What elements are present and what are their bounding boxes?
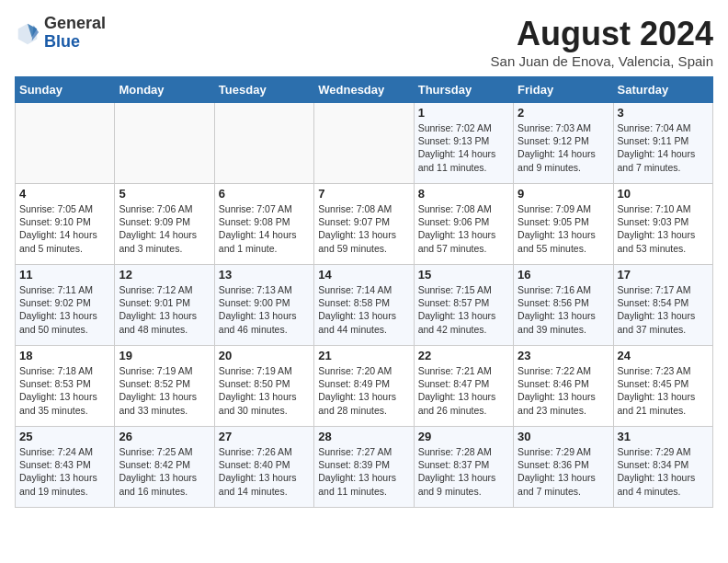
calendar-cell: 15Sunrise: 7:15 AM Sunset: 8:57 PM Dayli… <box>414 265 513 346</box>
calendar-week-2: 4Sunrise: 7:05 AM Sunset: 9:10 PM Daylig… <box>16 184 713 265</box>
day-info: Sunrise: 7:25 AM Sunset: 8:42 PM Dayligh… <box>119 445 210 498</box>
day-info: Sunrise: 7:16 AM Sunset: 8:56 PM Dayligh… <box>518 283 609 336</box>
calendar-cell: 22Sunrise: 7:21 AM Sunset: 8:47 PM Dayli… <box>414 346 513 427</box>
calendar-cell: 31Sunrise: 7:29 AM Sunset: 8:34 PM Dayli… <box>613 427 712 508</box>
day-info: Sunrise: 7:07 AM Sunset: 9:08 PM Dayligh… <box>219 202 310 255</box>
calendar-week-4: 18Sunrise: 7:18 AM Sunset: 8:53 PM Dayli… <box>16 346 713 427</box>
day-number: 18 <box>19 349 110 362</box>
calendar-cell: 14Sunrise: 7:14 AM Sunset: 8:58 PM Dayli… <box>314 265 414 346</box>
day-info: Sunrise: 7:26 AM Sunset: 8:40 PM Dayligh… <box>219 445 310 498</box>
calendar-cell <box>214 103 313 184</box>
calendar-cell: 9Sunrise: 7:09 AM Sunset: 9:05 PM Daylig… <box>514 184 613 265</box>
day-info: Sunrise: 7:11 AM Sunset: 9:02 PM Dayligh… <box>19 283 110 336</box>
calendar-cell: 1Sunrise: 7:02 AM Sunset: 9:13 PM Daylig… <box>414 103 513 184</box>
calendar-cell: 19Sunrise: 7:19 AM Sunset: 8:52 PM Dayli… <box>115 346 214 427</box>
calendar-cell: 30Sunrise: 7:29 AM Sunset: 8:36 PM Dayli… <box>514 427 613 508</box>
calendar-cell: 16Sunrise: 7:16 AM Sunset: 8:56 PM Dayli… <box>514 265 613 346</box>
calendar-cell: 6Sunrise: 7:07 AM Sunset: 9:08 PM Daylig… <box>214 184 313 265</box>
calendar-week-1: 1Sunrise: 7:02 AM Sunset: 9:13 PM Daylig… <box>16 103 713 184</box>
day-number: 26 <box>119 430 210 443</box>
calendar-cell <box>314 103 414 184</box>
day-info: Sunrise: 7:21 AM Sunset: 8:47 PM Dayligh… <box>418 364 509 417</box>
day-number: 25 <box>19 430 110 443</box>
day-info: Sunrise: 7:06 AM Sunset: 9:09 PM Dayligh… <box>119 202 210 255</box>
day-header-thursday: Thursday <box>414 77 513 103</box>
logo-icon <box>15 20 40 46</box>
calendar-cell: 26Sunrise: 7:25 AM Sunset: 8:42 PM Dayli… <box>115 427 214 508</box>
day-number: 16 <box>518 268 609 282</box>
logo-general: General <box>44 15 106 33</box>
page-header: General Blue August 2024 San Juan de Eno… <box>15 15 713 69</box>
calendar-week-5: 25Sunrise: 7:24 AM Sunset: 8:43 PM Dayli… <box>16 427 713 508</box>
calendar-cell: 24Sunrise: 7:23 AM Sunset: 8:45 PM Dayli… <box>613 346 712 427</box>
day-info: Sunrise: 7:18 AM Sunset: 8:53 PM Dayligh… <box>19 364 110 417</box>
day-info: Sunrise: 7:29 AM Sunset: 8:36 PM Dayligh… <box>518 445 609 498</box>
day-info: Sunrise: 7:12 AM Sunset: 9:01 PM Dayligh… <box>119 283 210 336</box>
day-info: Sunrise: 7:29 AM Sunset: 8:34 PM Dayligh… <box>618 445 709 498</box>
calendar-week-3: 11Sunrise: 7:11 AM Sunset: 9:02 PM Dayli… <box>16 265 713 346</box>
day-info: Sunrise: 7:08 AM Sunset: 9:07 PM Dayligh… <box>318 202 409 255</box>
calendar-cell: 5Sunrise: 7:06 AM Sunset: 9:09 PM Daylig… <box>115 184 214 265</box>
day-number: 9 <box>518 187 609 201</box>
day-number: 31 <box>618 430 709 443</box>
day-number: 17 <box>618 268 709 282</box>
day-number: 19 <box>119 349 210 362</box>
day-number: 3 <box>618 106 709 120</box>
calendar-cell: 11Sunrise: 7:11 AM Sunset: 9:02 PM Dayli… <box>16 265 115 346</box>
calendar-cell: 18Sunrise: 7:18 AM Sunset: 8:53 PM Dayli… <box>16 346 115 427</box>
day-info: Sunrise: 7:22 AM Sunset: 8:46 PM Dayligh… <box>518 364 609 417</box>
day-number: 20 <box>219 349 310 362</box>
calendar-table: SundayMondayTuesdayWednesdayThursdayFrid… <box>15 76 713 508</box>
location: San Juan de Enova, Valencia, Spain <box>491 53 713 69</box>
day-info: Sunrise: 7:13 AM Sunset: 9:00 PM Dayligh… <box>219 283 310 336</box>
day-number: 11 <box>19 268 110 282</box>
calendar-cell: 29Sunrise: 7:28 AM Sunset: 8:37 PM Dayli… <box>414 427 513 508</box>
day-header-saturday: Saturday <box>613 77 712 103</box>
day-info: Sunrise: 7:24 AM Sunset: 8:43 PM Dayligh… <box>19 445 110 498</box>
day-number: 5 <box>119 187 210 201</box>
logo-text: General Blue <box>44 15 106 52</box>
day-info: Sunrise: 7:09 AM Sunset: 9:05 PM Dayligh… <box>518 202 609 255</box>
day-header-sunday: Sunday <box>16 77 115 103</box>
calendar-cell: 13Sunrise: 7:13 AM Sunset: 9:00 PM Dayli… <box>214 265 313 346</box>
calendar-cell: 21Sunrise: 7:20 AM Sunset: 8:49 PM Dayli… <box>314 346 414 427</box>
day-info: Sunrise: 7:19 AM Sunset: 8:50 PM Dayligh… <box>219 364 310 417</box>
logo-blue: Blue <box>44 33 106 52</box>
day-info: Sunrise: 7:03 AM Sunset: 9:12 PM Dayligh… <box>518 121 609 174</box>
day-number: 6 <box>219 187 310 201</box>
day-header-friday: Friday <box>514 77 613 103</box>
day-number: 30 <box>518 430 609 443</box>
day-number: 22 <box>418 349 509 362</box>
calendar-cell: 3Sunrise: 7:04 AM Sunset: 9:11 PM Daylig… <box>613 103 712 184</box>
calendar-cell: 2Sunrise: 7:03 AM Sunset: 9:12 PM Daylig… <box>514 103 613 184</box>
calendar-cell: 10Sunrise: 7:10 AM Sunset: 9:03 PM Dayli… <box>613 184 712 265</box>
day-number: 21 <box>318 349 409 362</box>
day-number: 1 <box>418 106 509 120</box>
day-number: 24 <box>618 349 709 362</box>
calendar-cell: 4Sunrise: 7:05 AM Sunset: 9:10 PM Daylig… <box>16 184 115 265</box>
day-info: Sunrise: 7:02 AM Sunset: 9:13 PM Dayligh… <box>418 121 509 174</box>
day-number: 27 <box>219 430 310 443</box>
day-info: Sunrise: 7:10 AM Sunset: 9:03 PM Dayligh… <box>618 202 709 255</box>
day-number: 7 <box>318 187 409 201</box>
day-info: Sunrise: 7:14 AM Sunset: 8:58 PM Dayligh… <box>318 283 409 336</box>
day-header-monday: Monday <box>115 77 214 103</box>
calendar-cell: 8Sunrise: 7:08 AM Sunset: 9:06 PM Daylig… <box>414 184 513 265</box>
calendar-cell: 17Sunrise: 7:17 AM Sunset: 8:54 PM Dayli… <box>613 265 712 346</box>
header-row: SundayMondayTuesdayWednesdayThursdayFrid… <box>16 77 713 103</box>
day-number: 23 <box>518 349 609 362</box>
calendar-cell: 25Sunrise: 7:24 AM Sunset: 8:43 PM Dayli… <box>16 427 115 508</box>
calendar-cell <box>16 103 115 184</box>
day-info: Sunrise: 7:27 AM Sunset: 8:39 PM Dayligh… <box>318 445 409 498</box>
calendar-cell: 12Sunrise: 7:12 AM Sunset: 9:01 PM Dayli… <box>115 265 214 346</box>
calendar-cell: 23Sunrise: 7:22 AM Sunset: 8:46 PM Dayli… <box>514 346 613 427</box>
day-header-wednesday: Wednesday <box>314 77 414 103</box>
day-info: Sunrise: 7:17 AM Sunset: 8:54 PM Dayligh… <box>618 283 709 336</box>
day-header-tuesday: Tuesday <box>214 77 313 103</box>
day-number: 29 <box>418 430 509 443</box>
title-block: August 2024 San Juan de Enova, Valencia,… <box>491 15 713 69</box>
calendar-cell: 27Sunrise: 7:26 AM Sunset: 8:40 PM Dayli… <box>214 427 313 508</box>
calendar-cell: 20Sunrise: 7:19 AM Sunset: 8:50 PM Dayli… <box>214 346 313 427</box>
logo: General Blue <box>15 15 106 52</box>
day-info: Sunrise: 7:23 AM Sunset: 8:45 PM Dayligh… <box>618 364 709 417</box>
